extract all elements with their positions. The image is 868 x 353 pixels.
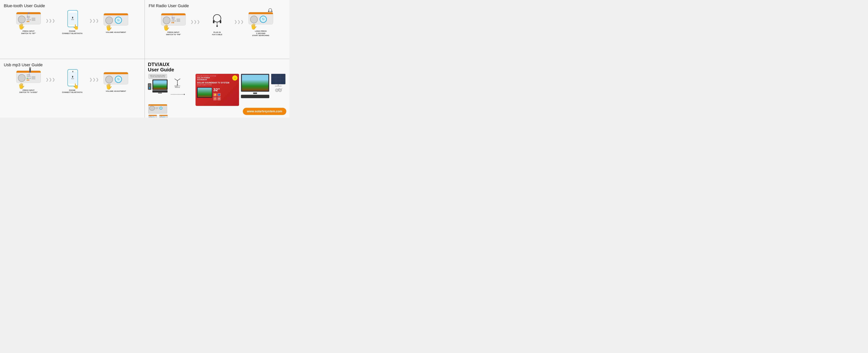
usb-step-3-image: ↻ 🖐 (103, 70, 129, 89)
bt-step-3-label: Volume Adjustment (106, 31, 126, 34)
svg-rect-2 (220, 20, 221, 23)
fm-step-2-label: PLUG IN AUX CABLE (212, 31, 222, 36)
svg-point-26 (279, 90, 281, 91)
bt-step-1: 🖐 PRESS INPUT SWITCH TO "BT" (13, 10, 44, 35)
fm-step-2-image (204, 11, 230, 30)
connection-lines (170, 89, 185, 100)
usb-step-2: 📱POV! ⬆ 👆 Phone Connect Bluetooth (57, 69, 87, 94)
usb-step-3-label: Volume Adjustment (106, 90, 126, 93)
usb-panel: Usb mp3 User Guide (0, 59, 145, 118)
usb-arrow-2: ❯❯❯ (89, 78, 99, 81)
product-icon-wifi: 📶 (213, 93, 217, 97)
bt-step-3-image: ↻ 🖐 (103, 11, 129, 30)
svg-point-6 (269, 8, 272, 11)
dtv-panel: DTV/AUXUser Guide DVB-T2/T/C DVB-S2/S IS… (145, 59, 289, 118)
svg-marker-14 (184, 94, 185, 95)
website-button[interactable]: www.solartvsystem.com (243, 108, 286, 115)
bt-step-2-image: 📱POV! 👆 (59, 10, 86, 29)
antenna-svg (174, 78, 181, 85)
usb-step-2-label: Phone Connect Bluetooth (62, 89, 83, 94)
bt-step-1-image: 🖐 (15, 10, 42, 29)
product-title: SOLAR SOUNDBAR TV SYSTEM (197, 81, 238, 84)
product-subtitle: SOLAR HOME SYSTEM (197, 84, 238, 85)
product-tag: SOLAR POWER SYSTEM (197, 75, 238, 77)
svg-rect-15 (271, 74, 285, 84)
fm-steps: 🖐 PRESS INPUT SWITCH TO "FM" ❯❯❯ (149, 10, 285, 37)
product-icon-bt: 🔵 (217, 93, 221, 97)
usb-title: Usb mp3 User Guide (4, 63, 141, 67)
bt-step-2-label: Phone Connect Bluetooth (62, 30, 83, 35)
product-image (241, 74, 269, 98)
main-grid: Blue-tooth User Guide (0, 0, 289, 117)
usb-step-1: 🖐 PRESS INPUT SWITCH TO "U-disk" (13, 69, 44, 94)
svg-rect-7 (268, 11, 269, 12)
usb-steps: 🖐 PRESS INPUT SWITCH TO "U-disk" ❯❯❯ 📱PO… (4, 69, 141, 94)
dtv-title: DTV/AUXUser Guide (148, 62, 192, 72)
svg-rect-1 (213, 20, 214, 23)
svg-point-23 (276, 90, 278, 91)
product-screen (197, 87, 212, 98)
fm-step-1-image: 🖐 (160, 11, 187, 30)
bt-arrow-2: ❯❯❯ (89, 19, 99, 23)
svg-rect-8 (272, 11, 272, 12)
product-icon-solar: ☀ (217, 97, 221, 100)
fm-step-3-image: ↻ 🖐 (248, 10, 274, 29)
svg-line-10 (175, 79, 177, 81)
product-box: SOLAR POWER SYSTEM SOLAR POWERSOUNDBAR S… (195, 74, 239, 106)
soundbar (241, 95, 269, 98)
fm-panel: FM Radio User Guide (145, 0, 289, 59)
usb-arrow-1: ❯❯❯ (45, 78, 55, 81)
fm-step-3: ↻ 🖐 LONG PRESS 3 SECOND start searching (246, 10, 276, 37)
bluetooth-panel: Blue-tooth User Guide (0, 0, 145, 59)
headphone-svg (211, 14, 223, 27)
decoder-label: DVB-T2/T/C DVB-S2/S ISDB-TDIGITAL DECODE… (149, 74, 167, 79)
bluetooth-steps: 🖐 PRESS INPUT SWITCH TO "BT" ❯❯❯ 📱POV! (4, 10, 141, 35)
antenna-label: Digital TVAntenna (175, 85, 180, 88)
bluetooth-title: Blue-tooth User Guide (4, 3, 141, 8)
product-brand: SOLAR POWERSOUNDBAR (197, 77, 238, 81)
fm-step-1-label: PRESS INPUT SWITCH TO "FM" (166, 31, 181, 36)
tv-screen (241, 74, 269, 92)
usb-step-1-label: PRESS INPUT SWITCH TO "U-disk" (19, 89, 38, 94)
product-size: 32" (213, 87, 221, 92)
bt-step-1-label: PRESS INPUT SWITCH TO "BT" (21, 30, 36, 35)
solar-panel-image (271, 74, 286, 93)
fm-arrow-1: ❯❯❯ (190, 20, 200, 24)
fm-step-1: 🖐 PRESS INPUT SWITCH TO "FM" (158, 11, 189, 36)
bt-arrow-1: ❯❯❯ (45, 19, 55, 23)
svg-line-11 (177, 79, 180, 81)
dtv-left: DTV/AUXUser Guide DVB-T2/T/C DVB-S2/S IS… (148, 62, 192, 115)
fm-title: FM Radio User Guide (149, 3, 285, 8)
dtv-speaker: ↻ (148, 104, 167, 114)
usb-step-1-image: 🖐 (15, 69, 42, 88)
fm-step-3-label: LONG PRESS 3 SECOND start searching (252, 30, 269, 37)
fm-arrow-2: ❯❯❯ (234, 20, 244, 24)
usb-step-3: ↻ 🖐 Volume Adjustment (101, 70, 131, 93)
fm-step-2: PLUG IN AUX CABLE (202, 11, 232, 36)
bt-step-3: ↻ 🖐 Volume Adjustment (101, 11, 131, 34)
dtv-right: SOLAR POWER SYSTEM SOLAR POWERSOUNDBAR S… (195, 62, 286, 115)
usb-step-2-image: 📱POV! ⬆ 👆 (59, 69, 86, 88)
product-badge: ★ (232, 75, 238, 81)
bt-step-2: 📱POV! 👆 Phone Connect Bluetooth (57, 10, 87, 35)
product-icon-usb: ⚡ (213, 97, 217, 100)
